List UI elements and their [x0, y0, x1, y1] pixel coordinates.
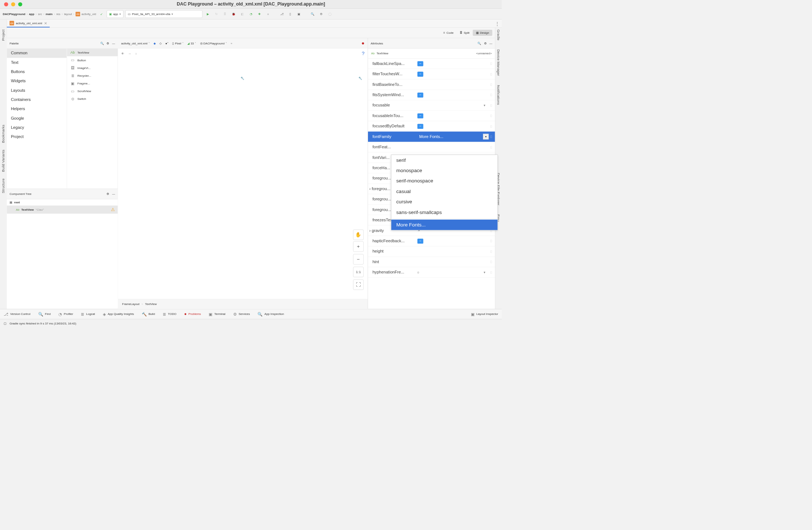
widget-fragment[interactable]: ▣Fragme...: [67, 79, 118, 87]
attr-row-hapticFeedback[interactable]: hapticFeedback...−⌷: [368, 236, 495, 246]
tab-activity-old-xml[interactable]: <> activity_old_xml.xml ✕: [7, 19, 50, 28]
refresh-icon[interactable]: ↻: [213, 11, 220, 18]
close-tab-icon[interactable]: ✕: [44, 21, 47, 25]
crumb-app[interactable]: app: [29, 12, 34, 15]
widget-scrollview[interactable]: ▭ScrollView: [67, 87, 118, 95]
zoom-fit-button[interactable]: ⛶: [353, 279, 364, 290]
sync-icon[interactable]: ↙: [98, 11, 105, 18]
attr-row-focusableInTou[interactable]: focusableInTou...−⌷: [368, 111, 495, 121]
boolean-chip-icon[interactable]: −: [418, 61, 423, 66]
crumb-res[interactable]: res: [56, 12, 60, 15]
tool-gradle[interactable]: Gradle: [497, 29, 501, 40]
debug-button[interactable]: 🐞: [230, 11, 237, 18]
hand-tool-icon[interactable]: ✋: [353, 229, 364, 240]
chevron-down-icon[interactable]: ▾: [484, 104, 489, 107]
tool-project[interactable]: Project: [1, 29, 5, 41]
device-select[interactable]: ▭ Pixel_3a_API_33_arm64-v8a ▾: [125, 10, 202, 18]
cat-project[interactable]: Project: [7, 132, 67, 141]
font-option-casual[interactable]: casual: [391, 186, 497, 196]
tool-build-variants[interactable]: Build Variants: [1, 150, 5, 172]
tool-find[interactable]: 🔍Find: [38, 312, 51, 317]
tool-profiler[interactable]: ◔Profiler: [58, 312, 73, 317]
attr-row-firstBaselineTo[interactable]: firstBaselineTo...⌷: [368, 79, 495, 90]
cat-legacy[interactable]: Legacy: [7, 123, 67, 132]
boolean-chip-icon[interactable]: −: [418, 92, 423, 98]
expand-icon[interactable]: ↕: [135, 52, 137, 55]
cat-layouts[interactable]: Layouts: [7, 86, 67, 95]
font-family-input[interactable]: [418, 133, 481, 140]
help-icon[interactable]: ?: [362, 51, 365, 57]
minimize-icon[interactable]: —: [112, 192, 115, 196]
maximize-window[interactable]: [18, 2, 22, 6]
overflow-icon[interactable]: »: [231, 41, 232, 45]
theme-dropdown[interactable]: ◎DACPlayground˅: [200, 41, 227, 45]
nav-breadcrumb[interactable]: DACPlayground› app› src› main› res› layo…: [3, 12, 96, 16]
breadcrumb-framelayout[interactable]: FrameLayout: [122, 302, 139, 306]
tool-app-inspection[interactable]: 🔍App Inspection: [257, 312, 284, 317]
tool-build[interactable]: 🔨Build: [142, 312, 155, 317]
crumb-main[interactable]: main: [46, 12, 53, 15]
stop-button[interactable]: ■: [265, 11, 272, 18]
cat-buttons[interactable]: Buttons: [7, 67, 67, 76]
font-option-sans-serif-smallcaps[interactable]: sans-serif-smallcaps: [391, 207, 497, 217]
attr-value[interactable]: −: [416, 61, 491, 66]
attr-row-height[interactable]: height⌷: [368, 246, 495, 257]
minimize-icon[interactable]: —: [489, 41, 492, 45]
zoom-in-button[interactable]: +: [353, 242, 364, 252]
tree-textview[interactable]: Ab TextView "Ciao" ⚠: [7, 206, 118, 214]
widget-switch[interactable]: ⊝Switch: [67, 95, 118, 102]
tool-logcat[interactable]: ≣Logcat: [81, 312, 95, 317]
chevron-down-icon[interactable]: ▾: [483, 134, 488, 139]
chevron-down-icon[interactable]: ▾: [484, 271, 489, 274]
boolean-chip-icon[interactable]: −: [418, 239, 423, 244]
device-dropdown[interactable]: ▯Pixel˅: [172, 41, 184, 45]
widget-button[interactable]: ▭Button: [67, 56, 118, 64]
settings-icon[interactable]: ⚙: [318, 11, 325, 18]
font-option-monospace[interactable]: monospace: [391, 166, 497, 176]
gear-icon[interactable]: ⚙: [107, 192, 109, 196]
crumb-file[interactable]: activity_old: [82, 12, 96, 15]
error-badge-icon[interactable]: ●: [361, 40, 364, 46]
warning-icon[interactable]: ⚠: [111, 207, 115, 213]
cat-containers[interactable]: Containers: [7, 95, 67, 104]
font-option-serif[interactable]: serif: [391, 155, 497, 165]
attr-value[interactable]: −: [416, 113, 491, 119]
view-split-button[interactable]: ≣ Split: [457, 30, 473, 36]
rotate-icon[interactable]: ◇: [159, 41, 162, 45]
attr-value[interactable]: −: [416, 239, 491, 244]
cat-widgets[interactable]: Widgets: [7, 76, 67, 86]
design-canvas[interactable]: 🔧 🔧 ✋ + − 1:1 ⛶: [118, 58, 368, 299]
attr-row-fontFeat[interactable]: fontFeat...⌷: [368, 142, 495, 152]
api-dropdown[interactable]: ◢33˅: [187, 41, 196, 45]
gear-icon[interactable]: ⚙: [107, 41, 109, 45]
attr-row-hint[interactable]: hint⌷: [368, 257, 495, 267]
attr-value[interactable]: −: [416, 92, 491, 98]
attr-row-fitsSystemWind[interactable]: fitsSystemWind...−⌷: [368, 90, 495, 100]
attr-value[interactable]: −: [416, 72, 491, 77]
tool-device-manager[interactable]: Device Manager: [497, 50, 501, 76]
crumb-src[interactable]: src: [38, 12, 42, 15]
git-icon[interactable]: ⎇: [278, 11, 285, 18]
tool-app-quality[interactable]: ◈App Quality Insights: [103, 312, 134, 317]
crumb-layout[interactable]: layout: [64, 12, 72, 15]
avd-icon[interactable]: ▯: [287, 11, 294, 18]
file-dropdown[interactable]: activity_old_xml.xml˅: [121, 41, 150, 45]
tool-layout-inspector[interactable]: ▣Layout Inspector: [471, 312, 498, 317]
search-icon[interactable]: 🔍: [477, 41, 481, 45]
font-option-cursive[interactable]: cursive: [391, 197, 497, 207]
run-button[interactable]: ▶: [204, 11, 211, 18]
attr-row-focusable[interactable]: focusable▾⌷: [368, 100, 495, 110]
search-icon[interactable]: 🔍: [309, 11, 316, 18]
profile-button[interactable]: ◔: [248, 11, 255, 18]
font-option-more-fonts[interactable]: More Fonts...: [391, 219, 497, 230]
tool-todo[interactable]: ≣TODO: [163, 312, 176, 317]
breadcrumb-textview[interactable]: TextView: [145, 302, 157, 306]
tool-terminal[interactable]: ▣Terminal: [209, 312, 225, 317]
tool-problems[interactable]: ●Problems: [184, 312, 201, 316]
tree-root[interactable]: ▣ root: [7, 199, 118, 206]
minimize-window[interactable]: [11, 2, 15, 6]
tool-version-control[interactable]: ⎇Version Control: [4, 312, 30, 317]
view-design-button[interactable]: ▦ Design: [473, 30, 492, 36]
attr-value[interactable]: 0▾: [416, 271, 491, 274]
cat-google[interactable]: Google: [7, 114, 67, 123]
